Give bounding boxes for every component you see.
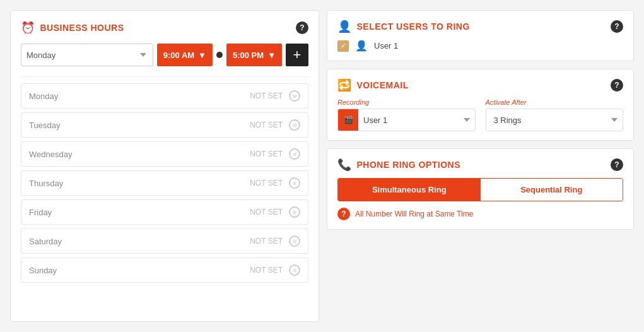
voicemail-icon: 🔁 <box>337 78 352 92</box>
user-name: User 1 <box>374 41 398 50</box>
phone-ring-icon: 📞 <box>337 158 352 172</box>
select-users-help-icon[interactable]: ? <box>611 20 623 33</box>
phone-ring-section: 📞 PHONE RING OPTIONS ? Simultaneous Ring… <box>327 148 634 230</box>
activate-after-select[interactable]: 1 Ring 2 Rings 3 Rings 4 Rings 5 Rings <box>486 109 623 131</box>
activate-after-field-group: Activate After 1 Ring 2 Rings 3 Rings 4 … <box>486 98 624 131</box>
clock-icon: ⏰ <box>21 21 35 35</box>
day-select[interactable]: Monday Tuesday Wednesday Thursday Friday… <box>21 44 153 66</box>
not-set-label: NOT SET <box>250 179 283 187</box>
business-hours-help-icon[interactable]: ? <box>296 21 308 34</box>
not-set-label: NOT SET <box>250 208 283 216</box>
not-set-label: NOT SET <box>250 266 283 275</box>
phone-ring-help-icon[interactable]: ? <box>611 158 623 171</box>
business-hours-title-group: ⏰ BUSINESS HOURS <box>21 21 124 35</box>
remove-day-button[interactable]: × <box>289 235 300 247</box>
day-name: Friday <box>29 208 250 217</box>
day-row: Wednesday NOT SET × <box>21 141 308 167</box>
voicemail-section: 🔁 VOICEMAIL ? Recording 🎬 User 1 <box>327 69 634 141</box>
recording-label: Recording <box>337 98 476 106</box>
user-person-icon: 👤 <box>355 40 368 52</box>
not-set-label: NOT SET <box>250 150 283 158</box>
day-row: Sunday NOT SET × <box>21 258 308 283</box>
start-time-value: 9:00 AM <box>163 50 194 60</box>
voicemail-title-group: 🔁 VOICEMAIL <box>337 78 409 92</box>
select-users-title-group: 👤 SELECT USERS TO RING <box>337 20 470 33</box>
phone-ring-title-group: 📞 PHONE RING OPTIONS <box>337 158 460 172</box>
remove-day-button[interactable]: × <box>289 119 300 131</box>
user-checkbox[interactable]: ✓ <box>337 40 349 52</box>
business-hours-header: ⏰ BUSINESS HOURS ? <box>21 21 308 35</box>
end-time-value: 5:00 PM <box>233 50 264 60</box>
remove-day-button[interactable]: × <box>289 148 300 160</box>
time-controls: Monday Tuesday Wednesday Thursday Friday… <box>21 44 308 66</box>
ring-toggle: Simultaneous Ring Sequential Ring <box>337 178 623 201</box>
not-set-label: NOT SET <box>250 121 283 129</box>
ring-info-text: All Number Will Ring at Same Time <box>355 210 473 218</box>
remove-day-button[interactable]: × <box>289 90 300 102</box>
remove-day-button[interactable]: × <box>289 206 300 218</box>
day-name: Thursday <box>29 179 250 188</box>
activate-after-select-wrap: 1 Ring 2 Rings 3 Rings 4 Rings 5 Rings <box>486 109 624 131</box>
phone-ring-title: PHONE RING OPTIONS <box>357 160 461 170</box>
voicemail-help-icon[interactable]: ? <box>611 79 623 92</box>
days-list: Monday NOT SET × Tuesday NOT SET × Wedne… <box>21 83 308 283</box>
business-hours-title: BUSINESS HOURS <box>40 23 124 33</box>
day-name: Saturday <box>29 237 250 246</box>
day-row: Monday NOT SET × <box>21 83 308 109</box>
recording-icon: 🎬 <box>338 109 358 131</box>
divider <box>21 76 308 77</box>
voicemail-fields: Recording 🎬 User 1 Activate After 1 Ring… <box>337 98 623 131</box>
plus-icon: + <box>293 47 302 63</box>
start-time-button[interactable]: 9:00 AM ▼ <box>157 44 213 66</box>
add-time-button[interactable]: + <box>286 44 308 66</box>
check-icon: ✓ <box>341 42 346 50</box>
time-separator <box>216 52 223 58</box>
end-time-button[interactable]: 5:00 PM ▼ <box>226 44 282 66</box>
ring-info: ? All Number Will Ring at Same Time <box>337 208 623 220</box>
day-name: Monday <box>29 92 250 101</box>
start-time-arrow: ▼ <box>198 50 206 60</box>
select-users-title: SELECT USERS TO RING <box>357 21 470 32</box>
ring-info-icon: ? <box>337 208 350 220</box>
phone-ring-header: 📞 PHONE RING OPTIONS ? <box>337 158 623 172</box>
day-name: Wednesday <box>29 150 250 159</box>
day-row: Friday NOT SET × <box>21 199 308 225</box>
recording-field-group: Recording 🎬 User 1 <box>337 98 476 131</box>
user-section-icon: 👤 <box>337 20 352 33</box>
not-set-label: NOT SET <box>250 237 283 246</box>
day-row: Saturday NOT SET × <box>21 228 308 254</box>
business-hours-panel: ⏰ BUSINESS HOURS ? Monday Tuesday Wednes… <box>10 10 319 322</box>
remove-day-button[interactable]: × <box>289 264 300 276</box>
select-users-section: 👤 SELECT USERS TO RING ? ✓ 👤 User 1 <box>327 10 634 61</box>
user-row: ✓ 👤 User 1 <box>337 40 623 52</box>
right-panel: 👤 SELECT USERS TO RING ? ✓ 👤 User 1 🔁 VO… <box>327 10 634 322</box>
day-name: Sunday <box>29 266 250 275</box>
day-name: Tuesday <box>29 121 250 130</box>
sequential-ring-button[interactable]: Sequential Ring <box>481 179 623 201</box>
simultaneous-ring-button[interactable]: Simultaneous Ring <box>338 179 481 201</box>
recording-select[interactable]: User 1 <box>358 109 475 131</box>
voicemail-title: VOICEMAIL <box>357 80 409 90</box>
voicemail-header: 🔁 VOICEMAIL ? <box>337 78 623 92</box>
remove-day-button[interactable]: × <box>289 177 300 189</box>
recording-select-wrap: 🎬 User 1 <box>337 109 476 131</box>
day-row: Tuesday NOT SET × <box>21 112 308 138</box>
activate-after-label: Activate After <box>486 98 624 106</box>
not-set-label: NOT SET <box>250 92 283 100</box>
end-time-arrow: ▼ <box>267 50 276 60</box>
day-row: Thursday NOT SET × <box>21 170 308 196</box>
select-users-header: 👤 SELECT USERS TO RING ? <box>337 20 623 33</box>
